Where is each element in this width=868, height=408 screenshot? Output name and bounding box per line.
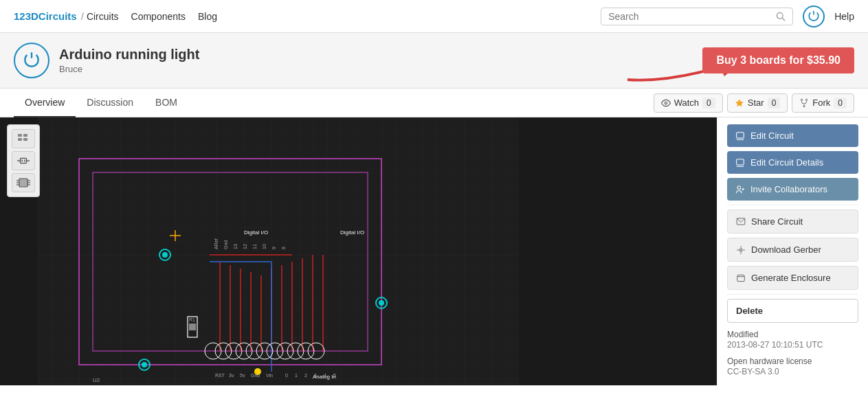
svg-text:Gnd: Gnd [223,240,228,249]
edit-circuit-button[interactable]: Edit Circuit [727,124,858,147]
help-link[interactable]: Help [834,11,854,22]
share-label: Share Circuit [751,216,803,227]
svg-text:Gnd: Gnd [251,373,260,378]
star-button[interactable]: Star 0 [727,93,788,113]
toolbar-component-btn[interactable] [12,151,35,170]
edit-details-button[interactable]: Edit Circuit Details [727,151,858,174]
watch-count: 0 [702,98,715,109]
svg-rect-17 [19,179,27,187]
nav-right: Help [601,5,854,27]
main-content: R1 Digital I/O Digital I/O Analog In [0,117,868,385]
edit-details-icon [735,158,745,168]
download-label: Download Gerber [751,245,821,255]
tab-overview[interactable]: Overview [14,89,76,117]
brand-name[interactable]: 123DCircuits [14,10,77,22]
toolbar-grid-btn[interactable] [12,129,35,148]
svg-line-1 [782,18,785,21]
toolbar-ic-btn[interactable] [12,173,35,192]
nav-separator: / [81,10,84,22]
svg-rect-13 [21,158,27,163]
svg-text:1: 1 [295,373,298,378]
svg-rect-25 [38,117,519,385]
fork-icon [799,98,809,108]
invite-icon [735,185,745,194]
sidebar-meta: Modified 2013-08-27 10:10:51 UTC Open ha… [727,330,858,376]
nav-link-circuits[interactable]: Circuits [87,11,119,22]
tab-discussion[interactable]: Discussion [76,89,144,117]
eye-icon [661,98,671,108]
svg-point-52 [142,362,147,367]
top-nav: 123DCircuits / Circuits Components Blog … [0,0,868,33]
power-icon [803,5,825,27]
svg-point-3 [665,102,667,104]
brand: 123DCircuits / [14,10,84,22]
edit-circuit-icon [735,131,745,141]
svg-text:13: 13 [233,244,238,249]
edit-details-label: Edit Circuit Details [750,157,823,168]
svg-text:3: 3 [314,373,317,378]
star-label: Star [748,98,764,108]
svg-text:4: 4 [324,373,326,378]
ic-icon [16,177,30,188]
fork-label: Fork [812,98,830,108]
enclosure-label: Generate Enclosure [751,273,831,283]
svg-text:5v: 5v [240,373,245,378]
sidebar: Edit Circuit Edit Circuit Details Invite… [717,117,868,385]
circuit-toolbar [7,124,40,197]
svg-text:R1: R1 [189,317,195,322]
svg-point-7 [803,105,805,106]
invite-button[interactable]: Invite Collaborators [727,178,858,201]
svg-rect-88 [737,132,744,137]
search-box [601,8,793,25]
share-button[interactable]: Share Circuit [727,209,858,234]
watch-button[interactable]: Watch 0 [654,93,723,113]
grid-icon [17,133,30,144]
circuit-area[interactable]: R1 Digital I/O Digital I/O Analog In [0,117,717,385]
svg-point-50 [379,300,384,306]
svg-rect-45 [189,324,196,330]
svg-text:ARef: ARef [214,238,219,249]
enclosure-icon [736,273,746,283]
svg-text:5: 5 [333,373,336,378]
svg-text:Digital I/O: Digital I/O [244,229,268,236]
nav-link-blog[interactable]: Blog [198,11,217,22]
svg-text:U2: U2 [93,377,100,383]
project-author: Bruce [59,64,199,74]
watch-label: Watch [674,98,699,108]
download-icon [736,245,746,255]
search-input[interactable] [608,11,776,22]
svg-rect-9 [23,134,27,137]
license-label: Open hardware license [727,356,858,366]
svg-text:9: 9 [271,247,276,249]
svg-text:11: 11 [252,244,257,249]
svg-text:10: 10 [262,244,267,249]
tab-bom[interactable]: BOM [144,89,188,117]
project-logo [14,43,49,78]
buy-button[interactable]: Buy 3 boards for $35.90 [702,47,854,73]
star-icon [735,98,744,108]
sidebar-divider-1 [727,205,858,205]
enclosure-button[interactable]: Generate Enclosure [727,266,858,290]
tab-actions: Watch 0 Star 0 Fork 0 [654,93,854,113]
download-button[interactable]: Download Gerber [727,238,858,262]
svg-text:RST: RST [215,373,225,378]
invite-label: Invite Collaborators [750,184,827,194]
star-count: 0 [768,98,781,109]
svg-text:Vin: Vin [266,373,273,378]
nav-link-components[interactable]: Components [131,11,186,22]
svg-text:12: 12 [243,244,247,249]
delete-button[interactable]: Delete [727,299,858,323]
svg-point-48 [162,252,168,258]
edit-circuit-label: Edit Circuit [750,131,794,141]
svg-text:3v: 3v [229,373,234,378]
delete-label: Delete [736,306,763,316]
modified-value: 2013-08-27 10:10:51 UTC [727,340,858,350]
svg-text:2: 2 [304,373,307,378]
tabs-bar: Overview Discussion BOM Watch 0 Star 0 [0,89,868,117]
license-value: CC-BY-SA 3.0 [727,367,858,376]
svg-marker-4 [735,99,744,106]
nav-links: Circuits Components Blog [87,11,217,22]
sidebar-divider-2 [727,294,858,295]
fork-button[interactable]: Fork 0 [792,93,854,113]
project-header: Arduino running light Bruce Buy 3 boards… [0,33,868,89]
